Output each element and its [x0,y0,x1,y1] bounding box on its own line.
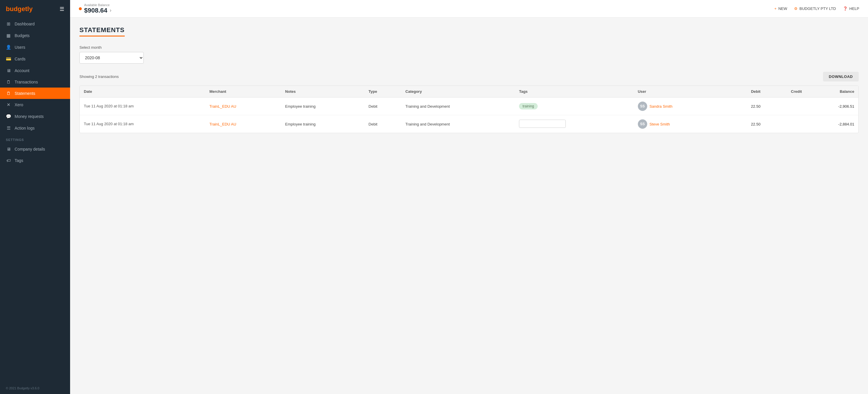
balance-dot [79,7,82,10]
table-body: Tue 11 Aug 2020 at 01:18 am TrainL_EDU A… [80,97,858,133]
topbar-actions: + NEW ⚙ BUDGETLY PTY LTD ❓ HELP [774,6,859,11]
new-label: NEW [778,6,787,11]
sidebar-item-transactions[interactable]: 🗒 Transactions [0,76,70,88]
hamburger-icon[interactable]: ☰ [60,6,64,12]
cell-date: Tue 11 Aug 2020 at 01:18 am [80,97,205,115]
month-select[interactable]: 2020-08 2020-07 2020-06 2020-05 [80,52,144,64]
sidebar-item-users[interactable]: 👤 Users [0,41,70,53]
avatar: SS [638,119,647,129]
settings-label: SETTINGS [0,134,70,143]
col-notes: Notes [281,86,365,97]
table-row: Tue 11 Aug 2020 at 01:18 am TrainL_EDU A… [80,115,858,133]
new-button[interactable]: + NEW [774,6,787,11]
cell-tags[interactable] [515,115,633,133]
tag-empty-input[interactable] [519,120,566,128]
sidebar-item-label: Users [14,45,25,50]
sidebar-item-dashboard[interactable]: ⊞ Dashboard [0,18,70,30]
transactions-table-wrap: Date Merchant Notes Type Category Tags U… [80,86,859,133]
col-debit: Debit [726,86,765,97]
sidebar-item-action-logs[interactable]: ☰ Action logs [0,122,70,134]
cell-category: Training and Development [401,115,515,133]
user-name-link[interactable]: Sandra Smith [650,104,673,108]
cell-notes: Employee training [281,115,365,133]
col-category: Category [401,86,515,97]
filter-label: Select month [80,45,859,50]
sidebar-item-cards[interactable]: 💳 Cards [0,53,70,65]
cell-merchant[interactable]: TrainL_EDU AU [205,115,281,133]
sidebar-item-xero[interactable]: ✕ Xero [0,99,70,110]
sidebar-item-label: Statements [14,91,35,96]
sidebar-item-label: Budgets [14,33,30,38]
cell-user: SS Steve Smith [634,115,726,133]
transactions-header: Showing 2 transactions DOWNLOAD [80,72,859,81]
cell-credit [765,97,806,115]
statements-icon: 🗒 [6,91,11,96]
cell-balance: -2,906.51 [806,97,858,115]
cell-credit [765,115,806,133]
cell-tags[interactable]: training [515,97,633,115]
transactions-table: Date Merchant Notes Type Category Tags U… [80,86,858,133]
sidebar-item-tags[interactable]: 🏷 Tags [0,155,70,166]
cell-type: Debit [365,97,401,115]
col-user: User [634,86,726,97]
cell-merchant[interactable]: TrainL_EDU AU [205,97,281,115]
download-button[interactable]: DOWNLOAD [823,72,859,81]
sidebar-nav: ⊞ Dashboard ▦ Budgets 👤 Users 💳 Cards 🖥 … [0,18,70,382]
help-icon: ❓ [843,6,847,11]
topbar: Available Balance $908.64 › + NEW ⚙ BUDG… [70,0,868,18]
sidebar-item-label: Xero [14,102,23,107]
col-credit: Credit [765,86,806,97]
user-name-link[interactable]: Steve Smith [650,122,670,126]
logo: budgetly [6,5,33,13]
plus-icon: + [774,6,777,11]
col-merchant: Merchant [205,86,281,97]
gear-icon: ⚙ [794,6,798,11]
content-area: STATEMENTS Select month 2020-08 2020-07 … [70,18,868,394]
sidebar-item-label: Cards [14,57,25,61]
cell-type: Debit [365,115,401,133]
balance-amount: $908.64 [84,7,107,14]
sidebar-item-statements[interactable]: 🗒 Statements [0,88,70,99]
sidebar: budgetly ☰ ⊞ Dashboard ▦ Budgets 👤 Users… [0,0,70,394]
cards-icon: 💳 [6,56,11,62]
table-row: Tue 11 Aug 2020 at 01:18 am TrainL_EDU A… [80,97,858,115]
sidebar-item-budgets[interactable]: ▦ Budgets [0,30,70,41]
transactions-count: Showing 2 transactions [80,74,119,79]
sidebar-item-label: Tags [14,158,23,163]
users-icon: 👤 [6,45,11,50]
sidebar-logo-area: budgetly ☰ [0,0,70,18]
filter-section: Select month 2020-08 2020-07 2020-06 202… [80,45,859,64]
avatar: SS [638,102,647,111]
sidebar-footer: © 2021 Budgetly v3.6.0 [0,382,70,394]
cell-debit: 22.50 [726,115,765,133]
col-type: Type [365,86,401,97]
balance-section: Available Balance $908.64 › [79,3,112,14]
company-icon: 🖥 [6,146,11,152]
action-logs-icon: ☰ [6,126,11,131]
col-date: Date [80,86,205,97]
budgets-icon: ▦ [6,33,11,38]
xero-icon: ✕ [6,102,11,107]
sidebar-item-label: Action logs [14,126,34,130]
balance-label: Available Balance [84,3,112,7]
sidebar-item-company-details[interactable]: 🖥 Company details [0,143,70,155]
cell-debit: 22.50 [726,97,765,115]
help-button[interactable]: ❓ HELP [843,6,859,11]
tag-pill[interactable]: training [519,103,537,109]
transactions-icon: 🗒 [6,79,11,84]
dashboard-icon: ⊞ [6,21,11,27]
cell-notes: Employee training [281,97,365,115]
help-label: HELP [849,6,859,11]
company-button[interactable]: ⚙ BUDGETLY PTY LTD [794,6,836,11]
sidebar-item-money-requests[interactable]: 💬 Money requests [0,110,70,122]
sidebar-item-label: Money requests [14,114,44,119]
tags-icon: 🏷 [6,158,11,163]
account-icon: 🖥 [6,68,11,73]
money-requests-icon: 💬 [6,114,11,119]
cell-user: SS Sandra Smith [634,97,726,115]
cell-date: Tue 11 Aug 2020 at 01:18 am [80,115,205,133]
balance-arrow-icon[interactable]: › [110,7,112,13]
table-header: Date Merchant Notes Type Category Tags U… [80,86,858,97]
sidebar-item-account[interactable]: 🖥 Account [0,65,70,76]
company-label: BUDGETLY PTY LTD [799,6,836,11]
